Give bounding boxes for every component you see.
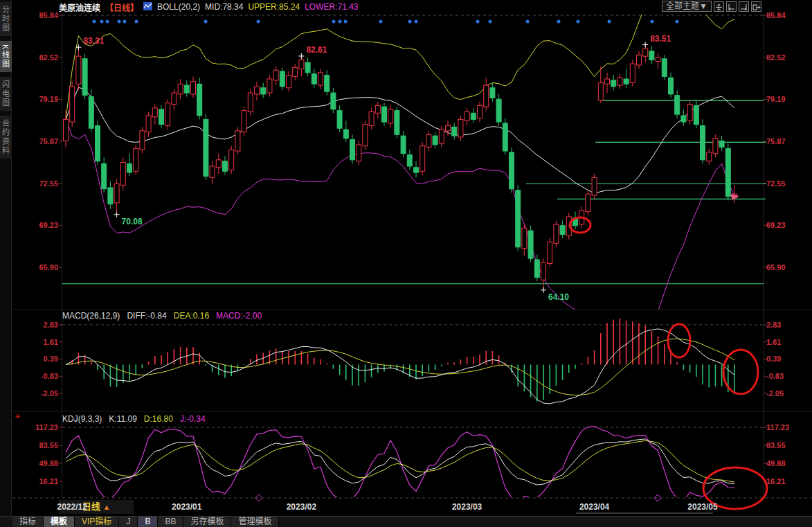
candle-body[interactable] <box>318 73 323 85</box>
candle-body[interactable] <box>242 111 246 132</box>
candle-body[interactable] <box>414 168 419 172</box>
event-dot[interactable] <box>257 20 260 24</box>
candle-body[interactable] <box>76 56 81 84</box>
tab-save-template[interactable]: 另存模板 <box>183 517 231 527</box>
candle-body[interactable] <box>586 194 590 212</box>
theme-dropdown[interactable]: 全部主题▼ <box>662 1 712 12</box>
candle-body[interactable] <box>439 129 444 143</box>
candle-body[interactable] <box>375 105 380 113</box>
event-dot[interactable] <box>651 20 654 24</box>
candle-body[interactable] <box>146 116 151 132</box>
candle-body[interactable] <box>656 57 660 61</box>
candle-body[interactable] <box>675 96 680 114</box>
candle-body[interactable] <box>560 226 565 235</box>
candle-body[interactable] <box>630 64 635 82</box>
candle-body[interactable] <box>669 78 674 94</box>
candle-body[interactable] <box>541 262 546 280</box>
candle-body[interactable] <box>592 177 597 195</box>
sidebar-item-contract-info[interactable]: 合约资料 <box>0 116 12 159</box>
candle-body[interactable] <box>165 103 170 126</box>
candle-body[interactable] <box>637 55 642 65</box>
candle-body[interactable] <box>255 87 260 94</box>
candle-body[interactable] <box>337 111 342 129</box>
candle-body[interactable] <box>216 160 221 168</box>
scale-y-axis-icon[interactable] <box>739 1 749 12</box>
candle-body[interactable] <box>331 93 336 109</box>
candle-body[interactable] <box>464 111 469 120</box>
event-dot[interactable] <box>608 20 611 24</box>
candle-body[interactable] <box>496 99 501 122</box>
tab-b[interactable]: B <box>138 517 158 527</box>
drawn-red-circle[interactable] <box>668 324 690 357</box>
candle-body[interactable] <box>598 82 603 100</box>
candle-body[interactable] <box>516 190 521 247</box>
event-dot[interactable] <box>93 20 96 24</box>
candle-body[interactable] <box>134 148 138 171</box>
candle-body[interactable] <box>649 51 654 60</box>
candle-body[interactable] <box>120 162 125 185</box>
candle-body[interactable] <box>369 111 374 125</box>
candle-body[interactable] <box>605 79 610 84</box>
candle-body[interactable] <box>184 85 189 93</box>
candle-body[interactable] <box>267 79 272 93</box>
tab-manage-template[interactable]: 管理模板 <box>231 517 279 527</box>
candle-body[interactable] <box>509 152 514 189</box>
event-dot[interactable] <box>415 20 418 24</box>
event-dot[interactable] <box>344 20 348 24</box>
candle-body[interactable] <box>172 93 177 104</box>
pop-out-icon[interactable] <box>751 1 761 12</box>
candle-body[interactable] <box>273 70 278 80</box>
event-dot[interactable] <box>476 20 480 24</box>
event-dot[interactable] <box>408 20 412 24</box>
candle-body[interactable] <box>127 163 132 172</box>
candle-body[interactable] <box>102 163 107 189</box>
event-dot[interactable] <box>332 20 336 24</box>
candle-body[interactable] <box>395 111 399 135</box>
candle-body[interactable] <box>478 105 482 118</box>
candle-body[interactable] <box>350 140 355 160</box>
event-dot[interactable] <box>106 20 109 24</box>
candle-body[interactable] <box>114 184 119 203</box>
pan-icon[interactable] <box>714 1 724 12</box>
candle-body[interactable] <box>707 152 712 161</box>
candle-body[interactable] <box>357 145 361 161</box>
candle-body[interactable] <box>261 88 266 94</box>
candle-body[interactable] <box>725 148 730 196</box>
candle-body[interactable] <box>420 146 425 172</box>
candle-body[interactable] <box>388 109 393 123</box>
event-dot[interactable] <box>379 20 383 24</box>
candle-body[interactable] <box>96 126 100 161</box>
candle-body[interactable] <box>446 126 451 131</box>
candle-body[interactable] <box>312 74 316 84</box>
candle-body[interactable] <box>528 231 533 258</box>
tab-indicators[interactable]: 指标 <box>12 517 44 527</box>
event-dot[interactable] <box>339 20 342 24</box>
candle-body[interactable] <box>503 123 507 151</box>
candle-body[interactable] <box>191 82 196 94</box>
event-dot[interactable] <box>118 20 121 24</box>
scale-x-axis-icon[interactable] <box>726 1 737 12</box>
candle-body[interactable] <box>471 113 476 119</box>
candle-body[interactable] <box>305 62 310 73</box>
event-dot[interactable] <box>526 20 530 24</box>
candle-body[interactable] <box>407 155 412 166</box>
candle-body[interactable] <box>204 119 208 176</box>
event-dot[interactable] <box>135 20 138 24</box>
candle-body[interactable] <box>458 119 463 137</box>
event-dot[interactable] <box>100 20 104 24</box>
event-dot[interactable] <box>489 20 492 24</box>
candle-body[interactable] <box>490 88 495 98</box>
candle-body[interactable] <box>248 93 253 111</box>
candle-body[interactable] <box>223 161 228 172</box>
event-dot[interactable] <box>676 20 679 24</box>
candle-body[interactable] <box>701 126 705 160</box>
candle-body[interactable] <box>522 228 527 248</box>
candle-body[interactable] <box>178 84 183 94</box>
event-dot[interactable] <box>123 20 127 24</box>
candle-body[interactable] <box>611 80 616 87</box>
candle-body[interactable] <box>152 108 157 117</box>
candle-body[interactable] <box>662 59 667 77</box>
candle-body[interactable] <box>293 68 298 77</box>
candle-body[interactable] <box>719 141 724 147</box>
candle-body[interactable] <box>82 59 87 96</box>
